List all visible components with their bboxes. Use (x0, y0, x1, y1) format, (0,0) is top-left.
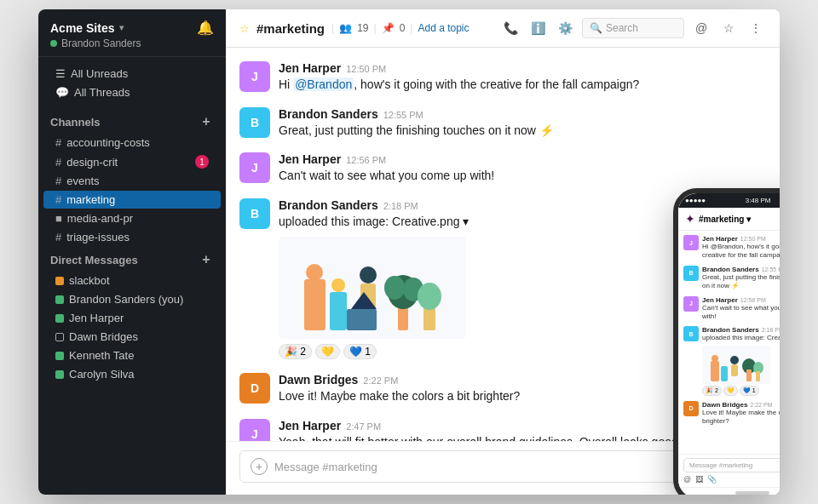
phone-toolbar-icons: @ 🖼 📎 (683, 475, 717, 484)
phone-text: Great, just putting the finishing touche… (702, 273, 780, 291)
sidebar-item-design-crit[interactable]: # design-crit 1 (43, 152, 221, 171)
bell-icon[interactable]: 🔔 (197, 20, 214, 36)
message-time: 12:55 PM (383, 110, 423, 120)
phone-channel-header: ✦ #marketing ▾ 🔍 ⋮ (678, 208, 780, 231)
phone-text: Can't wait to see what you come up with! (702, 304, 780, 322)
sidebar-item-brandon[interactable]: Brandon Sanders (you) (43, 290, 221, 308)
search-placeholder: Search (606, 22, 638, 34)
dm-header-label: Direct Messages (50, 254, 138, 266)
unread-badge: 1 (195, 155, 209, 169)
sidebar-header: Acme Sites ▾ 🔔 Brandon Sanders (38, 9, 226, 57)
phone-clip-icon[interactable]: 📎 (707, 475, 717, 484)
message-text: Can't wait to see what you come up with! (279, 168, 766, 185)
reaction[interactable]: 💙 1 (343, 344, 377, 359)
workspace-name: Acme Sites (50, 21, 114, 35)
phone-signal: ●●●●● (685, 197, 706, 204)
bookmark-icon[interactable]: ☆ (718, 18, 739, 38)
channel-label: design-crit (66, 156, 118, 169)
sidebar-item-marketing[interactable]: # marketing (43, 191, 221, 209)
info-icon[interactable]: ℹ️ (527, 18, 548, 38)
phone-message-content: Dawn Bridges 2:22 PM Love it! Maybe make… (702, 401, 780, 427)
sidebar-item-slackbot[interactable]: slackbot (43, 272, 221, 289)
avatar: J (239, 61, 270, 92)
svg-rect-24 (731, 364, 738, 376)
dm-label: slackbot (69, 274, 110, 287)
channel-label: triage-issues (66, 231, 130, 243)
phone-input-area: Message #marketing @ 🖼 📎 📱 Send (678, 454, 780, 487)
sidebar-item-jen[interactable]: Jen Harper (43, 309, 221, 327)
phone-toolbar: @ 🖼 📎 📱 Send (683, 475, 780, 484)
svg-point-23 (730, 356, 739, 364)
add-dm-button[interactable]: + (199, 252, 214, 267)
dm-label: Kenneth Tate (69, 349, 134, 362)
all-unreads-label: All Unreads (71, 67, 128, 80)
svg-rect-20 (746, 369, 752, 381)
search-box[interactable]: 🔍 Search (582, 18, 684, 38)
phone-messages: J Jen Harper 12:50 PM Hi @Brandon, how's… (678, 231, 780, 454)
phone-avatar: J (683, 235, 699, 250)
user-status: Brandon Sanders (50, 37, 214, 49)
message-m3: J Jen Harper 12:56 PM Can't wait to see … (239, 152, 766, 185)
header-meta: | 👥 19 | 📌 0 | Add a topic (331, 22, 469, 34)
phone-message-header: Jen Harper 12:50 PM (702, 235, 780, 243)
message-time: 2:18 PM (383, 201, 418, 211)
message-content: Jen Harper 12:56 PM Can't wait to see wh… (279, 152, 766, 185)
phone-message: J Jen Harper 12:56 PM Can't wait to see … (683, 296, 780, 322)
sidebar-item-dawn[interactable]: Dawn Bridges (43, 328, 221, 346)
sidebar-item-events[interactable]: # events (43, 172, 221, 190)
phone-message-header: Brandon Sanders 2:18 PM (702, 326, 780, 334)
attach-button[interactable]: + (251, 458, 268, 475)
sidebar-item-all-threads[interactable]: 💬 All Threads (43, 83, 221, 101)
svg-point-2 (306, 264, 323, 281)
phone-message: B Brandon Sanders 2:18 PM uploaded this … (683, 326, 780, 395)
svg-rect-3 (330, 292, 347, 330)
hash-icon: # (55, 193, 61, 206)
sidebar-item-all-unreads[interactable]: ☰ All Unreads (43, 65, 221, 83)
online-avatar (55, 352, 64, 360)
message-header: Jen Harper 12:50 PM (279, 61, 766, 75)
dm-list: slackbot Brandon Sanders (you) Jen Harpe… (38, 271, 226, 384)
svg-point-10 (418, 283, 441, 310)
channels-section-header: Channels + (38, 109, 226, 133)
phone-time: 3:48 PM (746, 197, 771, 204)
reaction[interactable]: 🎉 2 (279, 344, 312, 359)
star-icon[interactable]: ☆ (239, 22, 250, 35)
message-author: Dawn Bridges (279, 373, 358, 387)
phone-message-input[interactable]: Message #marketing (683, 458, 780, 472)
sidebar-item-carolyn[interactable]: Carolyn Silva (43, 365, 221, 383)
add-channel-button[interactable]: + (199, 114, 214, 129)
svg-rect-22 (756, 371, 760, 381)
sidebar-item-media-and-pr[interactable]: ■ media-and-pr (43, 209, 221, 227)
settings-icon[interactable]: ⚙️ (555, 18, 575, 38)
avatar: J (239, 152, 270, 183)
hash-icon: ■ (55, 212, 62, 225)
add-topic-link[interactable]: Add a topic (418, 22, 469, 34)
svg-point-17 (711, 355, 718, 362)
message-content: Brandon Sanders 12:55 PM Great, just put… (279, 107, 766, 140)
phone-image-icon[interactable]: 🖼 (695, 475, 703, 484)
workspace-title[interactable]: Acme Sites ▾ 🔔 (50, 20, 214, 36)
channel-label: marketing (66, 193, 115, 206)
all-threads-label: All Threads (74, 86, 130, 99)
phone-message: B Brandon Sanders 12:55 PM Great, just p… (683, 266, 780, 291)
at-icon[interactable]: @ (691, 18, 711, 38)
phone-at-icon[interactable]: @ (683, 475, 691, 484)
svg-rect-13 (347, 309, 377, 330)
app-container: Acme Sites ▾ 🔔 Brandon Sanders ☰ All Unr… (38, 9, 780, 495)
sidebar-item-accounting-costs[interactable]: # accounting-costs (43, 134, 221, 152)
hash-icon: # (55, 136, 61, 149)
hash-icon: # (55, 156, 61, 169)
mention: @Brandon (293, 77, 354, 91)
phone-time: 12:56 PM (740, 297, 766, 303)
online-avatar (55, 295, 64, 304)
more-icon[interactable]: ⋮ (746, 18, 766, 38)
phone-message-header: Jen Harper 12:56 PM (702, 296, 780, 304)
sidebar-item-triage-issues[interactable]: # triage-issues (43, 228, 221, 246)
online-status-dot (50, 40, 57, 47)
reaction[interactable]: 💛 (315, 344, 340, 359)
phone-author: Brandon Sanders (702, 326, 759, 334)
channel-label: media-and-pr (67, 212, 133, 225)
sidebar-item-kenneth[interactable]: Kenneth Tate (43, 346, 221, 364)
message-author: Jen Harper (279, 61, 341, 75)
phone-icon[interactable]: 📞 (500, 18, 521, 38)
